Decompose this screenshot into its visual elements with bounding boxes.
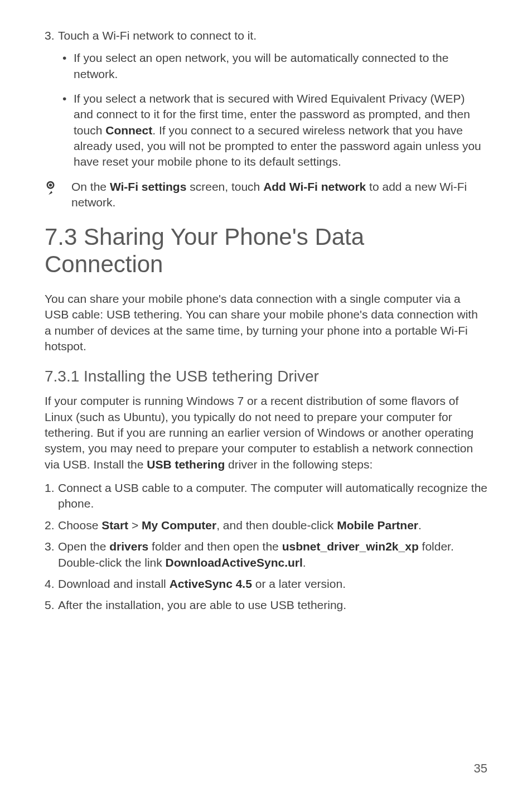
ordered-text: Touch a Wi-Fi network to connect to it. — [58, 28, 487, 44]
step-num: 5. — [45, 598, 58, 612]
step-text: Choose Start > My Computer, and then dou… — [58, 518, 487, 533]
sub-bullet-list: • If you select an open network, you wil… — [62, 50, 487, 170]
bullet-item: • If you select an open network, you wil… — [62, 50, 487, 82]
bullet-item: • If you select a network that is secure… — [62, 91, 487, 170]
step-text: Download and install ActiveSync 4.5 or a… — [58, 576, 487, 592]
svg-point-2 — [49, 183, 52, 186]
ordered-num: 3. — [45, 29, 58, 42]
bullet-dot: • — [62, 92, 74, 105]
subsection-para: If your computer is running Windows 7 or… — [45, 393, 487, 472]
step-item: 1. Connect a USB cable to a computer. Th… — [45, 480, 487, 512]
step-text: Connect a USB cable to a computer. The c… — [58, 480, 487, 512]
step-item: 4. Download and install ActiveSync 4.5 o… — [45, 576, 487, 592]
section-para: You can share your mobile phone's data c… — [45, 291, 487, 354]
step-text: Open the drivers folder and then open th… — [58, 539, 487, 571]
step-num: 1. — [45, 481, 58, 495]
tip-text: On the Wi-Fi settings screen, touch Add … — [71, 179, 487, 211]
step-item: 2. Choose Start > My Computer, and then … — [45, 518, 487, 533]
bullet-dot: • — [62, 51, 74, 65]
step-num: 4. — [45, 577, 58, 591]
step-num: 2. — [45, 519, 58, 532]
ordered-item-3: 3. Touch a Wi-Fi network to connect to i… — [45, 28, 487, 44]
step-item: 5. After the installation, you are able … — [45, 597, 487, 613]
page-number: 35 — [474, 761, 487, 776]
tip-icon — [45, 179, 71, 211]
section-heading-7-3: 7.3 Sharing Your Phone's Data Connection — [45, 224, 487, 278]
tip-note: On the Wi-Fi settings screen, touch Add … — [45, 179, 487, 211]
bullet-text: If you select a network that is secured … — [74, 91, 487, 170]
step-item: 3. Open the drivers folder and then open… — [45, 539, 487, 571]
subsection-heading-7-3-1: 7.3.1 Installing the USB tethering Drive… — [45, 368, 487, 385]
install-steps: 1. Connect a USB cable to a computer. Th… — [45, 480, 487, 613]
bullet-text: If you select an open network, you will … — [74, 50, 487, 82]
step-text: After the installation, you are able to … — [58, 597, 487, 613]
step-num: 3. — [45, 540, 58, 553]
